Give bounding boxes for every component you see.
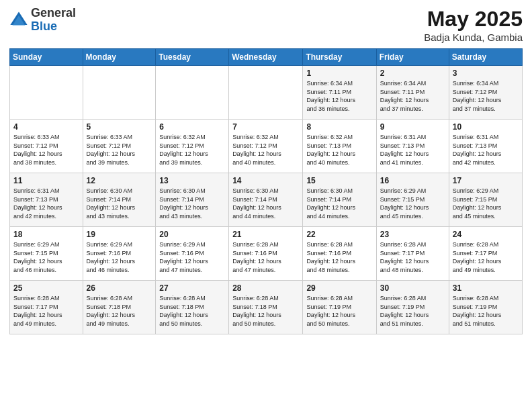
day-detail: Sunrise: 6:28 AM Sunset: 7:17 PM Dayligh… — [380, 240, 445, 274]
day-number: 29 — [306, 283, 372, 293]
day-number: 20 — [159, 230, 225, 239]
calendar-cell: 25Sunrise: 6:28 AM Sunset: 7:17 PM Dayli… — [10, 281, 83, 334]
day-number: 23 — [380, 230, 445, 239]
calendar-cell: 22Sunrise: 6:28 AM Sunset: 7:16 PM Dayli… — [303, 227, 376, 281]
calendar-cell: 17Sunrise: 6:29 AM Sunset: 7:15 PM Dayli… — [449, 173, 522, 227]
day-detail: Sunrise: 6:29 AM Sunset: 7:16 PM Dayligh… — [159, 240, 225, 274]
day-number: 12 — [87, 176, 152, 185]
day-number: 26 — [87, 283, 152, 293]
day-detail: Sunrise: 6:29 AM Sunset: 7:15 PM Dayligh… — [453, 187, 519, 220]
day-number: 2 — [380, 68, 445, 78]
calendar-cell: 28Sunrise: 6:28 AM Sunset: 7:18 PM Dayli… — [229, 281, 303, 334]
day-number: 25 — [13, 283, 79, 293]
day-detail: Sunrise: 6:28 AM Sunset: 7:19 PM Dayligh… — [453, 294, 519, 328]
page: General Blue May 2025 Badja Kunda, Gambi… — [0, 0, 532, 411]
calendar-cell: 8Sunrise: 6:32 AM Sunset: 7:13 PM Daylig… — [303, 120, 376, 173]
day-detail: Sunrise: 6:33 AM Sunset: 7:12 PM Dayligh… — [87, 133, 152, 167]
calendar-cell: 9Sunrise: 6:31 AM Sunset: 7:13 PM Daylig… — [376, 120, 449, 173]
calendar-cell: 11Sunrise: 6:31 AM Sunset: 7:13 PM Dayli… — [10, 173, 83, 227]
calendar-header: Sunday Monday Tuesday Wednesday Thursday… — [10, 49, 523, 66]
calendar-cell: 26Sunrise: 6:28 AM Sunset: 7:18 PM Dayli… — [83, 281, 156, 334]
day-detail: Sunrise: 6:33 AM Sunset: 7:12 PM Dayligh… — [13, 133, 79, 167]
day-number: 28 — [232, 283, 299, 293]
day-number: 13 — [159, 176, 225, 185]
calendar-cell: 24Sunrise: 6:28 AM Sunset: 7:17 PM Dayli… — [449, 227, 522, 281]
day-number: 19 — [87, 230, 152, 239]
calendar-cell: 21Sunrise: 6:28 AM Sunset: 7:16 PM Dayli… — [229, 227, 303, 281]
subtitle: Badja Kunda, Gambia — [424, 32, 523, 43]
day-detail: Sunrise: 6:31 AM Sunset: 7:13 PM Dayligh… — [380, 133, 445, 167]
calendar-cell: 23Sunrise: 6:28 AM Sunset: 7:17 PM Dayli… — [376, 227, 449, 281]
day-number: 6 — [159, 122, 225, 132]
day-number: 7 — [232, 122, 299, 132]
calendar-week-5: 25Sunrise: 6:28 AM Sunset: 7:17 PM Dayli… — [10, 281, 523, 334]
day-number: 16 — [380, 176, 445, 185]
calendar-cell: 2Sunrise: 6:34 AM Sunset: 7:11 PM Daylig… — [376, 66, 449, 120]
calendar-cell: 10Sunrise: 6:31 AM Sunset: 7:13 PM Dayli… — [449, 120, 522, 173]
day-number: 24 — [453, 230, 519, 239]
logo-text: General Blue — [31, 7, 76, 34]
day-detail: Sunrise: 6:28 AM Sunset: 7:16 PM Dayligh… — [306, 240, 372, 274]
calendar-cell: 19Sunrise: 6:29 AM Sunset: 7:16 PM Dayli… — [83, 227, 156, 281]
col-saturday: Saturday — [449, 49, 522, 66]
calendar-cell: 30Sunrise: 6:28 AM Sunset: 7:19 PM Dayli… — [376, 281, 449, 334]
day-number: 11 — [13, 176, 79, 185]
day-detail: Sunrise: 6:30 AM Sunset: 7:14 PM Dayligh… — [159, 187, 225, 220]
col-monday: Monday — [83, 49, 156, 66]
calendar-cell: 12Sunrise: 6:30 AM Sunset: 7:14 PM Dayli… — [83, 173, 156, 227]
calendar-cell — [83, 66, 156, 120]
day-detail: Sunrise: 6:32 AM Sunset: 7:13 PM Dayligh… — [306, 133, 372, 167]
calendar-week-2: 4Sunrise: 6:33 AM Sunset: 7:12 PM Daylig… — [10, 120, 523, 173]
header-row: Sunday Monday Tuesday Wednesday Thursday… — [10, 49, 523, 66]
header: General Blue May 2025 Badja Kunda, Gambi… — [9, 7, 523, 43]
col-friday: Friday — [376, 49, 449, 66]
calendar-week-1: 1Sunrise: 6:34 AM Sunset: 7:11 PM Daylig… — [10, 66, 523, 120]
day-detail: Sunrise: 6:29 AM Sunset: 7:16 PM Dayligh… — [87, 240, 152, 274]
calendar-cell — [229, 66, 303, 120]
day-detail: Sunrise: 6:30 AM Sunset: 7:14 PM Dayligh… — [306, 187, 372, 220]
col-sunday: Sunday — [10, 49, 83, 66]
calendar-week-3: 11Sunrise: 6:31 AM Sunset: 7:13 PM Dayli… — [10, 173, 523, 227]
calendar-cell: 4Sunrise: 6:33 AM Sunset: 7:12 PM Daylig… — [10, 120, 83, 173]
logo-icon — [9, 11, 28, 30]
day-number: 8 — [306, 122, 372, 132]
day-detail: Sunrise: 6:28 AM Sunset: 7:18 PM Dayligh… — [159, 294, 225, 328]
calendar-cell: 6Sunrise: 6:32 AM Sunset: 7:12 PM Daylig… — [156, 120, 229, 173]
calendar-cell: 15Sunrise: 6:30 AM Sunset: 7:14 PM Dayli… — [303, 173, 376, 227]
day-number: 1 — [306, 68, 372, 78]
col-tuesday: Tuesday — [156, 49, 229, 66]
day-detail: Sunrise: 6:32 AM Sunset: 7:12 PM Dayligh… — [232, 133, 299, 167]
calendar-week-4: 18Sunrise: 6:29 AM Sunset: 7:15 PM Dayli… — [10, 227, 523, 281]
calendar-cell — [156, 66, 229, 120]
day-detail: Sunrise: 6:30 AM Sunset: 7:14 PM Dayligh… — [87, 187, 152, 220]
calendar-cell: 13Sunrise: 6:30 AM Sunset: 7:14 PM Dayli… — [156, 173, 229, 227]
day-detail: Sunrise: 6:32 AM Sunset: 7:12 PM Dayligh… — [159, 133, 225, 167]
calendar-cell: 29Sunrise: 6:28 AM Sunset: 7:19 PM Dayli… — [303, 281, 376, 334]
day-number: 18 — [13, 230, 79, 239]
day-detail: Sunrise: 6:28 AM Sunset: 7:16 PM Dayligh… — [232, 240, 299, 274]
logo-blue: Blue — [31, 20, 76, 34]
calendar-cell: 20Sunrise: 6:29 AM Sunset: 7:16 PM Dayli… — [156, 227, 229, 281]
day-number: 4 — [13, 122, 79, 132]
day-detail: Sunrise: 6:28 AM Sunset: 7:18 PM Dayligh… — [232, 294, 299, 328]
day-detail: Sunrise: 6:28 AM Sunset: 7:19 PM Dayligh… — [306, 294, 372, 328]
day-detail: Sunrise: 6:31 AM Sunset: 7:13 PM Dayligh… — [13, 187, 79, 220]
day-number: 30 — [380, 283, 445, 293]
day-number: 9 — [380, 122, 445, 132]
day-detail: Sunrise: 6:34 AM Sunset: 7:12 PM Dayligh… — [453, 79, 519, 113]
day-number: 22 — [306, 230, 372, 239]
day-detail: Sunrise: 6:28 AM Sunset: 7:17 PM Dayligh… — [453, 240, 519, 274]
calendar-table: Sunday Monday Tuesday Wednesday Thursday… — [9, 48, 523, 334]
day-detail: Sunrise: 6:34 AM Sunset: 7:11 PM Dayligh… — [380, 79, 445, 113]
calendar-cell: 14Sunrise: 6:30 AM Sunset: 7:14 PM Dayli… — [229, 173, 303, 227]
day-detail: Sunrise: 6:29 AM Sunset: 7:15 PM Dayligh… — [380, 187, 445, 220]
main-title: May 2025 — [424, 7, 523, 32]
day-number: 5 — [87, 122, 152, 132]
calendar-body: 1Sunrise: 6:34 AM Sunset: 7:11 PM Daylig… — [10, 66, 523, 334]
calendar-cell: 31Sunrise: 6:28 AM Sunset: 7:19 PM Dayli… — [449, 281, 522, 334]
day-number: 31 — [453, 283, 519, 293]
day-number: 21 — [232, 230, 299, 239]
calendar-cell — [10, 66, 83, 120]
col-thursday: Thursday — [303, 49, 376, 66]
day-number: 10 — [453, 122, 519, 132]
